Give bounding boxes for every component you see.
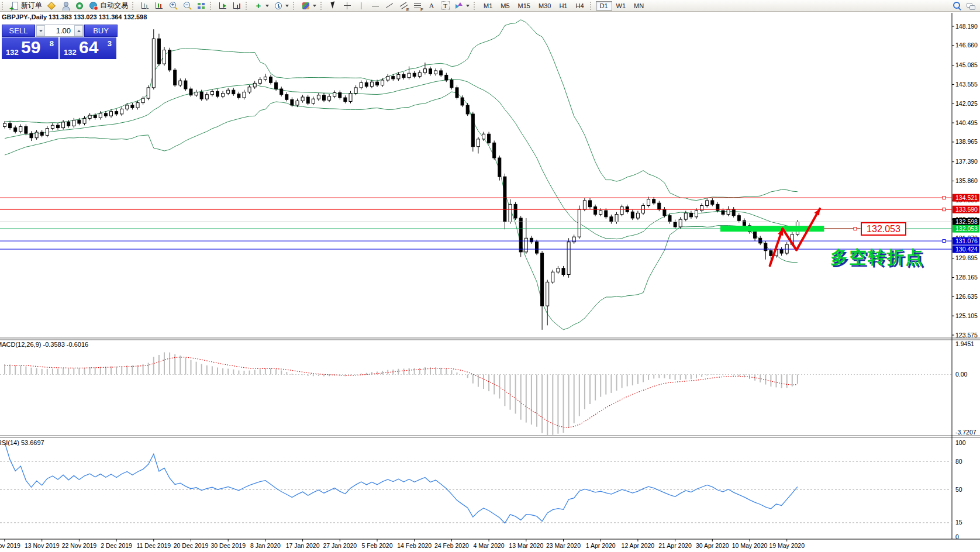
fibonacci-button[interactable]: F — [411, 1, 424, 11]
chart-shift-button[interactable] — [230, 1, 243, 11]
timeframe-m5-button[interactable]: M5 — [496, 1, 513, 11]
chart-window-button[interactable] — [153, 1, 165, 11]
bullish-candle — [248, 87, 251, 92]
periods-button[interactable] — [272, 1, 291, 11]
line-anchor-marker[interactable] — [943, 208, 946, 211]
new-order-button[interactable]: 新订单 — [8, 1, 44, 11]
chart-canvas[interactable]: 148.190146.660145.085143.555142.025140.4… — [0, 12, 980, 552]
price-tick-label: 129.695 — [955, 254, 978, 261]
axis-price-badge-label: 132.598 — [955, 218, 978, 225]
timeframe-m15-button[interactable]: M15 — [514, 1, 534, 11]
crosshair-button[interactable] — [341, 1, 354, 11]
dropdown-caret-icon[interactable] — [466, 5, 470, 7]
toolbar-grip — [210, 2, 213, 10]
autotrading-button[interactable]: 自动交易 — [87, 1, 130, 11]
line-anchor-marker[interactable] — [943, 240, 946, 243]
volume-decrease-button[interactable] — [36, 25, 45, 36]
sell-price[interactable]: 132 59 8 — [2, 37, 58, 59]
vertical-line-button[interactable] — [355, 1, 368, 11]
volume-increase-button[interactable] — [74, 25, 83, 36]
bearish-candle — [503, 177, 506, 222]
pivot-annotation[interactable]: 多空转折点 — [830, 246, 924, 270]
dropdown-caret-icon[interactable] — [285, 5, 289, 7]
text-t-icon: T — [441, 1, 450, 10]
shapes-button[interactable] — [453, 1, 471, 11]
bearish-candle — [216, 91, 219, 96]
timeframe-d1-button[interactable]: D1 — [596, 1, 612, 11]
sell-price-pips: 59 — [21, 37, 40, 57]
bearish-candle — [759, 238, 762, 243]
price-callout-box[interactable]: 132.053 — [861, 222, 906, 236]
date-tick-label: 5 Feb 2020 — [361, 542, 392, 549]
timeframe-w1-button[interactable]: W1 — [612, 1, 630, 11]
price-tick-label: 148.190 — [955, 23, 978, 30]
line-anchor-marker[interactable] — [943, 196, 946, 199]
sell-button[interactable]: SELL — [2, 25, 35, 37]
bullish-candle — [110, 112, 113, 116]
timeframe-h4-button[interactable]: H4 — [571, 1, 588, 11]
new-chart-button[interactable] — [139, 1, 151, 11]
bearish-candle — [498, 158, 501, 177]
indicators-button[interactable] — [252, 1, 271, 11]
bearish-candle — [365, 82, 368, 86]
horizontal-line-button[interactable] — [369, 1, 382, 11]
bearish-candle — [94, 115, 96, 118]
bearish-candle — [200, 92, 203, 99]
rsi-axis-label: 0 — [955, 533, 959, 540]
dropdown-caret-icon[interactable] — [313, 5, 316, 7]
date-tick-label: 4 Nov 2019 — [0, 542, 20, 549]
bearish-candle — [737, 216, 740, 221]
new-order-button-label: 新订单 — [21, 1, 42, 11]
bearish-candle — [514, 204, 517, 218]
equidistant-channel-button-letter: E — [406, 7, 409, 12]
bullish-candle — [4, 123, 6, 126]
shapes-icon — [454, 1, 464, 11]
bearish-candle — [440, 71, 443, 75]
zoom-in-button[interactable] — [167, 1, 180, 11]
signals-button[interactable] — [73, 1, 86, 11]
callout-anchor-marker[interactable] — [854, 227, 857, 230]
cursor-button[interactable] — [327, 1, 340, 11]
search-button[interactable] — [950, 1, 963, 11]
bearish-candle — [339, 92, 341, 98]
buy-button[interactable]: BUY — [84, 25, 118, 37]
bullish-candle — [381, 80, 384, 85]
trendline-button[interactable] — [383, 1, 396, 11]
axis-price-badge-label: 130.424 — [955, 246, 978, 253]
auto-scroll-button[interactable] — [216, 1, 229, 11]
bullish-candle — [434, 71, 437, 74]
dropdown-caret-icon[interactable] — [265, 5, 269, 7]
timeframe-m1-button[interactable]: M1 — [479, 1, 496, 11]
bullish-candle — [35, 132, 38, 138]
bullish-candle — [509, 204, 512, 222]
chart-type-icon — [301, 1, 310, 11]
volume-input[interactable]: 1.00 — [45, 25, 74, 36]
timeframe-mn-button[interactable]: MN — [630, 1, 648, 11]
chart-type-button[interactable] — [299, 1, 318, 11]
profile-button[interactable] — [59, 1, 72, 11]
bearish-candle — [280, 89, 283, 95]
tile-windows-button[interactable] — [195, 1, 208, 11]
price-tick-label: 140.495 — [955, 119, 978, 126]
equidistant-channel-button[interactable]: E — [397, 1, 410, 11]
date-tick-label: 22 Nov 2019 — [62, 542, 97, 549]
bullish-candle — [126, 105, 129, 109]
text-button[interactable]: A — [425, 1, 438, 11]
toolbar-grip — [246, 2, 249, 10]
bearish-candle — [562, 268, 565, 275]
buy-price[interactable]: 132 64 3 — [60, 37, 116, 59]
metaeditor-button[interactable] — [45, 1, 58, 11]
text-label-button[interactable]: T — [439, 1, 451, 11]
magnifier-icon — [952, 1, 961, 11]
bullish-candle — [418, 73, 421, 76]
bearish-candle — [232, 90, 235, 94]
community-button[interactable] — [964, 1, 977, 11]
zoom-out-button[interactable] — [181, 1, 194, 11]
bullish-candle — [99, 113, 102, 118]
bearish-candle — [668, 216, 671, 222]
bullish-candle — [349, 94, 352, 102]
date-tick-label: 8 Jan 2020 — [250, 542, 281, 549]
timeframe-h1-button[interactable]: H1 — [555, 1, 571, 11]
timeframe-m30-button[interactable]: M30 — [534, 1, 555, 11]
bearish-candle — [157, 39, 160, 64]
